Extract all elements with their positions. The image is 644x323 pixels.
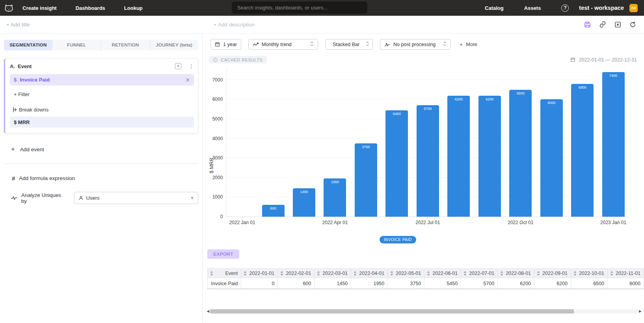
column-header-2022-05-01[interactable]: 2022-05-01 (388, 269, 424, 278)
value-cell: 5450 (424, 278, 461, 289)
bar-2023-01-01[interactable]: 7400 (602, 72, 625, 217)
add-title-button[interactable]: + Add title (6, 22, 30, 28)
analyze-uniques-label: Analyze Uniques by (21, 192, 67, 204)
bar-2022-10-01[interactable]: 6500 (509, 90, 532, 217)
value-cell: 6000 (607, 278, 644, 289)
bar-2022-07-01[interactable]: 5700 (417, 105, 439, 217)
bar-2022-04-01[interactable]: 1950 (324, 178, 346, 217)
y-axis-tick-label: 0 (205, 214, 223, 219)
bar-2022-03-01[interactable]: 1450 (293, 188, 315, 217)
bar-2022-12-01[interactable]: 6800 (571, 84, 594, 217)
cached-results-label: CACHED RESULTS (221, 58, 262, 62)
bar-2022-06-01[interactable]: 5450 (385, 110, 408, 217)
event-group-card: A. Event + ⋮ $ Invoice Paid ✕ + Filter B… (4, 58, 198, 134)
column-header-2022-11-01[interactable]: 2022-11-01 (607, 269, 644, 278)
column-header-2022-02-01[interactable]: 2022-02-01 (278, 269, 315, 278)
y-axis-tick-label: 1000 (205, 194, 223, 200)
workspace-name[interactable]: test - workspace (579, 5, 624, 11)
nav-assets[interactable]: Assets (524, 5, 541, 11)
add-event-label: Add event (20, 147, 44, 152)
column-header-2022-10-01[interactable]: 2022-10-01 (571, 269, 608, 278)
add-formula-button[interactable]: # Add formula expression (4, 175, 198, 182)
breakdown-value-row[interactable]: $ MRR (10, 117, 194, 128)
tab-journey[interactable]: JOURNEY (beta) (150, 40, 199, 50)
trend-line-icon (253, 42, 259, 47)
bar-2022-05-01[interactable]: 3750 (355, 143, 377, 217)
x-axis-tick (335, 217, 335, 219)
bar-2022-02-01[interactable]: 600 (262, 205, 285, 217)
close-box-icon[interactable] (614, 21, 621, 28)
bar-2022-11-01[interactable]: 6000 (540, 99, 563, 217)
scroll-left-arrow-icon[interactable]: ◀ (207, 309, 209, 314)
chart-plot: 0100020003000400050006000700060014501950… (226, 67, 628, 217)
chart-type-select[interactable]: Stacked Bar (325, 39, 373, 50)
nav-dashboards[interactable]: Dashboards (76, 5, 105, 11)
nav-lookup[interactable]: Lookup (124, 5, 143, 11)
tab-retention[interactable]: RETENTION (101, 40, 150, 50)
event-menu-icon[interactable]: ⋮ (188, 63, 194, 69)
date-range-button[interactable]: 1 year (210, 39, 241, 50)
cached-results-badge: CACHED RESULTS (208, 56, 267, 63)
add-filter-button[interactable]: + Filter (10, 91, 194, 97)
analyze-by-select[interactable]: Users ▼ (74, 192, 199, 204)
column-header-2022-08-01[interactable]: 2022-08-01 (498, 269, 534, 278)
bar-value-label: 1950 (324, 180, 346, 184)
x-axis-tick (613, 217, 614, 219)
add-event-button[interactable]: + Add event (4, 145, 198, 153)
scrollbar-track[interactable] (210, 309, 638, 314)
bar-2022-09-01[interactable]: 6200 (478, 96, 501, 217)
add-description-button[interactable]: + Add description (214, 22, 255, 28)
chart-type-value: Stacked Bar (333, 42, 359, 47)
y-axis-tick-label: 5000 (205, 116, 223, 122)
user-icon (78, 195, 84, 200)
duplicate-event-icon[interactable]: + (175, 63, 181, 69)
trend-select-value: Monthly trend (262, 42, 304, 47)
column-header-2022-06-01[interactable]: 2022-06-01 (424, 269, 461, 278)
bar-value-label: 5700 (417, 107, 439, 111)
selected-event-name: Invoice Paid (20, 77, 50, 83)
search-input[interactable] (232, 2, 367, 14)
x-axis-tick (242, 217, 243, 219)
help-icon[interactable]: ? (561, 4, 569, 12)
value-cell: 6200 (534, 278, 571, 289)
more-label: More (466, 42, 477, 47)
column-header-2022-04-01[interactable]: 2022-04-01 (351, 269, 388, 278)
value-cell: 5700 (461, 278, 498, 289)
column-header-2022-03-01[interactable]: 2022-03-01 (315, 269, 351, 278)
panel-divider (4, 163, 198, 164)
bar-value-label: 5450 (385, 112, 408, 116)
remove-event-icon[interactable]: ✕ (186, 77, 190, 83)
tab-segmentation[interactable]: SEGMENTATION (4, 40, 52, 50)
nav-catalog[interactable]: Catalog (485, 5, 504, 11)
column-header-2022-07-01[interactable]: 2022-07-01 (461, 269, 498, 278)
app-logo-cat-icon[interactable] (4, 3, 14, 13)
save-icon[interactable] (584, 21, 591, 28)
export-button[interactable]: EXPORT (207, 249, 239, 259)
trend-select[interactable]: Monthly trend (248, 39, 318, 50)
avatar[interactable]: AA (629, 4, 638, 12)
column-header-2022-09-01[interactable]: 2022-09-01 (534, 269, 571, 278)
table-horizontal-scrollbar[interactable]: ◀ ▶ (207, 309, 642, 314)
bar-2022-08-01[interactable]: 6200 (447, 96, 470, 217)
y-axis-tick-label: 7000 (205, 77, 223, 83)
legend-invoice-paid[interactable]: INVOICE PAID (380, 236, 416, 243)
tab-funnel[interactable]: FUNNEL (52, 40, 101, 50)
results-meta-row: CACHED RESULTS 2022-01-01 — 2022-12-31 (208, 56, 637, 63)
column-header-2022-01-01[interactable]: 2022-01-01 (241, 269, 278, 278)
selected-event-row[interactable]: $ Invoice Paid ✕ (10, 74, 194, 85)
column-header-event[interactable]: Event (208, 269, 241, 278)
add-formula-label: Add formula expression (19, 175, 75, 181)
analyze-uniques-row: Analyze Uniques by Users ▼ (4, 192, 198, 204)
scrollbar-thumb[interactable] (210, 309, 574, 314)
breakdowns-button[interactable]: Break downs (10, 107, 194, 113)
more-options-button[interactable]: + More (460, 41, 477, 48)
scroll-right-arrow-icon[interactable]: ▶ (639, 309, 642, 314)
nav-create-insight[interactable]: Create insight (22, 5, 57, 11)
post-processing-icon (384, 42, 390, 47)
refresh-icon[interactable] (629, 21, 636, 28)
bar-value-label: 7400 (602, 74, 625, 78)
post-processing-select[interactable]: No post processing (380, 39, 451, 50)
breakdowns-label: Break downs (19, 107, 48, 113)
link-icon[interactable] (599, 21, 606, 28)
y-axis-tick-label: 3000 (205, 155, 223, 161)
